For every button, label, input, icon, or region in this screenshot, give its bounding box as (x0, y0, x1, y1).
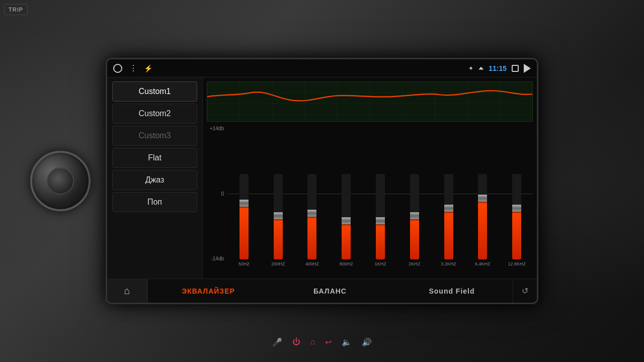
band-1khz-track[interactable] (376, 174, 385, 259)
nav-tabs: ЭКВАЛАЙЗЕР БАЛАНС Sound Field (147, 285, 513, 297)
preset-custom2-label: Custom2 (138, 109, 171, 118)
preset-jazz[interactable]: Джаз (112, 170, 197, 190)
band-1khz-handle[interactable] (376, 217, 385, 224)
band-2khz-track[interactable] (410, 174, 419, 259)
sliders-grid: 50HZ 200HZ (228, 125, 533, 275)
band-800hz-label: 800HZ (340, 261, 353, 266)
band-12k8hz-track[interactable] (512, 174, 521, 259)
band-12k8hz-label: 12.8KHZ (508, 261, 526, 266)
band-6k4hz: 6.4KHZ (466, 174, 499, 275)
back-icon[interactable] (524, 64, 531, 73)
trip-label: TRIP (9, 7, 23, 13)
band-400hz-track[interactable] (307, 174, 316, 259)
preset-flat[interactable]: Flat (112, 148, 197, 168)
band-50hz-fill (239, 204, 249, 259)
db-zero-label: 0 (207, 191, 226, 197)
band-200hz-track[interactable] (274, 174, 283, 259)
band-1khz-fill (376, 222, 385, 259)
band-800hz-fill (342, 222, 351, 259)
preset-custom1[interactable]: Custom1 (112, 81, 197, 102)
band-3k2hz: 3.2KHZ (433, 174, 465, 275)
volume-knob[interactable] (30, 151, 91, 211)
band-200hz: 200HZ (262, 174, 294, 275)
band-800hz: 800HZ (330, 174, 362, 275)
band-800hz-track[interactable] (342, 174, 351, 259)
band-6k4hz-label: 6.4KHZ (475, 261, 491, 266)
rst-button[interactable]: ⏻ (292, 337, 300, 347)
menu-dots-icon[interactable]: ⋮ (129, 63, 137, 73)
band-1khz: 1KHZ (364, 174, 396, 275)
band-6k4hz-handle[interactable] (478, 195, 487, 202)
band-2khz: 2KHZ (398, 174, 431, 275)
back-button[interactable]: ↺ (513, 279, 537, 303)
band-400hz-fill (307, 214, 316, 259)
band-2khz-label: 2KHZ (409, 261, 420, 266)
band-3k2hz-handle[interactable] (444, 205, 453, 212)
trip-button[interactable]: TRIP (4, 4, 28, 15)
preset-flat-label: Flat (148, 153, 162, 162)
band-50hz: 50HZ (228, 174, 260, 275)
circle-icon (113, 64, 122, 73)
tab-equalizer-label: ЭКВАЛАЙЗЕР (182, 287, 235, 295)
band-6k4hz-track[interactable] (478, 174, 487, 259)
usb-icon: ⚡ (144, 64, 152, 72)
db-min-label: -14db (207, 256, 226, 261)
main-screen: ⋮ ⚡ ✦ 11:15 Custom1 C (106, 58, 538, 304)
band-3k2hz-fill (444, 209, 453, 259)
band-200hz-handle[interactable] (274, 212, 283, 219)
band-400hz-handle[interactable] (307, 210, 316, 217)
home-button[interactable]: ⌂ (107, 279, 147, 303)
eq-curve-svg (207, 82, 532, 121)
main-content: Custom1 Custom2 Custom3 Flat Джаз Поп (107, 77, 537, 279)
car-background: TRIP ⋮ ⚡ ✦ 11:15 (0, 0, 644, 362)
wifi-icon (478, 67, 484, 70)
vol-down-button[interactable]: 🔈 (342, 337, 352, 347)
bluetooth-icon: ✦ (468, 65, 473, 72)
band-2khz-handle[interactable] (410, 212, 419, 219)
square-icon[interactable] (512, 65, 519, 72)
band-2khz-fill (410, 217, 419, 259)
status-right: ✦ 11:15 (468, 64, 531, 73)
preset-list: Custom1 Custom2 Custom3 Flat Джаз Поп (107, 77, 203, 279)
band-50hz-track[interactable] (239, 174, 249, 259)
back-phys-button[interactable]: ↩ (325, 337, 332, 347)
home-icon: ⌂ (124, 285, 130, 297)
preset-pop[interactable]: Поп (112, 192, 197, 212)
time-display: 11:15 (489, 64, 507, 72)
band-1khz-label: 1KHZ (375, 261, 386, 266)
band-12k8hz: 12.8KHZ (501, 174, 533, 275)
band-3k2hz-label: 3.2KHZ (441, 261, 456, 266)
eq-area: +14db 0 -14db (203, 77, 537, 279)
preset-custom2[interactable]: Custom2 (112, 104, 197, 124)
bottom-nav: ⌂ ЭКВАЛАЙЗЕР БАЛАНС Sound Field ↺ (107, 279, 537, 303)
eq-curve-display (207, 81, 533, 122)
bottom-physical-buttons: 🎤 ⏻ ⌂ ↩ 🔈 🔊 (272, 337, 372, 347)
band-6k4hz-fill (478, 199, 487, 259)
preset-pop-label: Поп (147, 198, 162, 206)
knob-body[interactable] (30, 151, 91, 211)
status-left: ⋮ ⚡ (113, 63, 468, 73)
preset-jazz-label: Джаз (145, 175, 165, 184)
back-icon: ↺ (522, 286, 528, 296)
band-12k8hz-handle[interactable] (512, 205, 521, 212)
band-400hz-label: 400HZ (305, 261, 319, 266)
tab-equalizer[interactable]: ЭКВАЛАЙЗЕР (147, 285, 269, 297)
home-phys-button[interactable]: ⌂ (310, 337, 315, 347)
status-bar: ⋮ ⚡ ✦ 11:15 (107, 59, 537, 77)
tab-balance[interactable]: БАЛАНС (269, 285, 391, 297)
mic-button[interactable]: 🎤 (272, 337, 282, 347)
band-800hz-handle[interactable] (342, 217, 351, 224)
tab-balance-label: БАЛАНС (313, 287, 347, 295)
band-50hz-handle[interactable] (239, 200, 249, 207)
tab-soundfield-label: Sound Field (429, 287, 474, 295)
band-50hz-label: 50HZ (238, 261, 250, 266)
db-max-label: +14db (207, 126, 226, 131)
preset-custom3[interactable]: Custom3 (112, 126, 197, 146)
vol-up-button[interactable]: 🔊 (362, 337, 372, 347)
preset-custom1-label: Custom1 (138, 87, 171, 96)
tab-soundfield[interactable]: Sound Field (391, 285, 513, 297)
band-200hz-label: 200HZ (271, 261, 285, 266)
band-400hz: 400HZ (296, 174, 329, 275)
band-200hz-fill (274, 217, 283, 259)
band-3k2hz-track[interactable] (444, 174, 453, 259)
